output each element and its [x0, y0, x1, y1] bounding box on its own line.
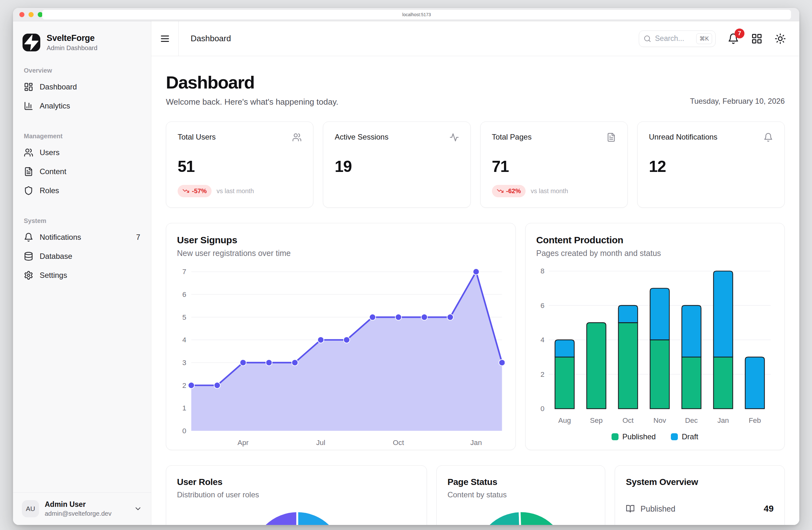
sidebar-item-roles[interactable]: Roles: [19, 181, 145, 200]
shield-icon: [24, 186, 33, 195]
stat-title: Unread Notifications: [649, 133, 717, 142]
trend-note: vs last month: [217, 188, 254, 195]
chart-subtitle: Pages created by month and status: [536, 249, 774, 258]
bar-chart-icon: [24, 101, 33, 111]
search-input[interactable]: Search... ⌘K: [639, 30, 715, 47]
stat-value: 71: [492, 157, 616, 176]
svg-text:Jan: Jan: [470, 439, 482, 446]
svg-text:0: 0: [540, 405, 544, 413]
content-production-bar-chart: 02468AugSepOctNovDecJanFeb: [536, 266, 774, 427]
sidebar-item-analytics[interactable]: Analytics: [19, 97, 145, 116]
nav-section-overview: Overview: [19, 62, 145, 77]
sidebar-item-label: Roles: [40, 186, 59, 195]
notifications-button[interactable]: 7: [728, 33, 739, 44]
sidebar-item-label: Content: [40, 167, 66, 176]
grid-icon: [751, 33, 763, 44]
stat-title: Total Users: [178, 133, 216, 142]
legend-label: Published: [622, 432, 656, 441]
svg-text:Jul: Jul: [316, 439, 325, 446]
chart-title: User Signups: [177, 235, 505, 246]
trend-value: -62%: [506, 188, 521, 195]
page-date: Tuesday, February 10, 2026: [690, 97, 785, 107]
trend-badge: -57%: [178, 185, 212, 197]
svg-text:4: 4: [540, 336, 544, 344]
users-icon: [292, 133, 302, 142]
main-area: Dashboard Search... ⌘K 7: [151, 21, 799, 525]
system-row-label: Published: [640, 504, 675, 514]
search-shortcut-key: ⌘K: [696, 33, 712, 44]
svg-text:4: 4: [183, 336, 187, 344]
lightning-bolt-icon: [23, 34, 40, 51]
sidebar-toggle-button[interactable]: [151, 21, 178, 56]
sidebar-item-dashboard[interactable]: Dashboard: [19, 77, 145, 97]
notification-count-badge: 7: [735, 29, 744, 39]
stat-value: 12: [649, 157, 773, 176]
theme-toggle-button[interactable]: [774, 33, 786, 44]
page-content: Dashboard Welcome back. Here's what's ha…: [151, 56, 799, 525]
app-root: SvelteForge Admin Dashboard Overview Das…: [13, 21, 799, 525]
chevron-down-icon[interactable]: [134, 505, 142, 513]
chart-subtitle: New user registrations over time: [177, 249, 505, 258]
user-menu[interactable]: AU Admin User admin@svelteforge.dev: [13, 492, 151, 525]
sidebar-item-settings[interactable]: Settings: [19, 266, 145, 285]
svg-text:6: 6: [183, 291, 187, 298]
file-text-icon: [607, 133, 616, 142]
trend-value: -57%: [192, 188, 207, 195]
avatar: AU: [22, 500, 39, 517]
legend-item: Draft: [671, 432, 698, 441]
svg-text:Nov: Nov: [653, 416, 666, 424]
close-window-button[interactable]: [19, 12, 25, 17]
sidebar-item-notifications[interactable]: Notifications 7: [19, 228, 145, 247]
page-header: Dashboard Welcome back. Here's what's ha…: [166, 72, 785, 107]
search-placeholder: Search...: [655, 34, 684, 43]
sidebar-item-users[interactable]: Users: [19, 143, 145, 162]
brand-name: SvelteForge: [47, 33, 97, 43]
bell-icon: [24, 233, 33, 242]
book-open-icon: [626, 504, 635, 513]
trend-note: vs last month: [531, 188, 568, 195]
sidebar-item-label: Analytics: [40, 102, 70, 111]
page-subtitle: Welcome back. Here's what's happening to…: [166, 97, 338, 107]
chart-title: Content Production: [536, 235, 774, 246]
brand: SvelteForge Admin Dashboard: [13, 21, 151, 60]
sidebar-item-label: Database: [40, 252, 72, 261]
user-signups-card: User Signups New user registrations over…: [166, 223, 516, 450]
svg-text:Sep: Sep: [590, 416, 603, 424]
sidebar: SvelteForge Admin Dashboard Overview Das…: [13, 21, 151, 525]
svg-text:Jan: Jan: [717, 416, 728, 424]
chart-subtitle: Content by status: [448, 490, 594, 499]
svg-text:2: 2: [183, 382, 187, 389]
stat-card-unread-notifications: Unread Notifications 12: [637, 121, 785, 208]
chart-title: User Roles: [177, 477, 416, 487]
svg-text:6: 6: [540, 301, 544, 310]
stat-value: 51: [178, 157, 302, 176]
nav-section-system: System: [19, 212, 145, 228]
gear-icon: [24, 270, 33, 280]
apps-grid-button[interactable]: [751, 33, 763, 44]
stat-card-total-pages: Total Pages 71 -62% vs last month: [480, 121, 628, 208]
sidebar-item-label: Settings: [40, 271, 67, 280]
sidebar-item-database[interactable]: Database: [19, 247, 145, 266]
svg-text:Apr: Apr: [237, 439, 249, 446]
svg-text:Dec: Dec: [685, 416, 697, 424]
svg-text:3: 3: [183, 359, 187, 367]
legend-swatch: [611, 433, 619, 440]
minimize-window-button[interactable]: [29, 12, 34, 17]
sidebar-item-label: Dashboard: [40, 83, 77, 91]
topbar-actions: Search... ⌘K 7: [639, 21, 799, 56]
trending-down-icon: [497, 188, 504, 194]
user-signups-area-chart: 01234567AprJulOctJan: [177, 266, 505, 450]
sidebar-item-label: Users: [40, 148, 60, 157]
file-text-icon: [24, 167, 33, 176]
stats-grid: Total Users 51 -57% vs last month: [166, 121, 785, 208]
svg-text:2: 2: [540, 370, 544, 378]
legend-item: Published: [611, 432, 656, 441]
user-roles-card: User Roles Distribution of user roles: [166, 465, 427, 525]
svg-text:Feb: Feb: [749, 416, 761, 424]
address-bar[interactable]: localhost:5173: [42, 10, 791, 19]
sidebar-item-content[interactable]: Content: [19, 162, 145, 181]
content-production-card: Content Production Pages created by mont…: [525, 223, 785, 450]
users-icon: [24, 148, 33, 157]
page-status-pie-chart: [448, 510, 594, 525]
activity-icon: [449, 133, 459, 142]
